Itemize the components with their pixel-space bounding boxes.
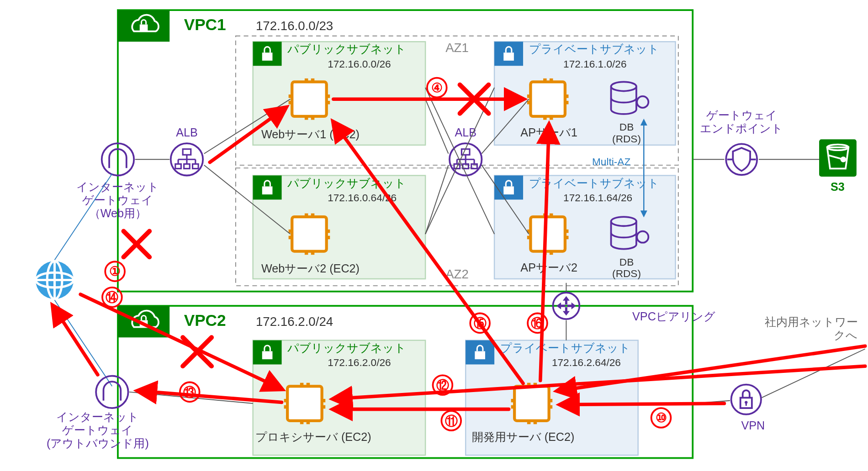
prv1-title: プライベートサブネット bbox=[529, 42, 659, 55]
pub1-title: パブリックサブネット bbox=[287, 42, 406, 55]
igw2b: ゲートウェイ bbox=[62, 424, 133, 436]
az1-label: AZ1 bbox=[445, 41, 469, 55]
step-13: ⑬ bbox=[180, 382, 200, 402]
flow-arrow bbox=[561, 403, 725, 405]
x-mark-icon bbox=[124, 231, 150, 257]
pub2-title: パブリックサブネット bbox=[287, 177, 406, 189]
ext2: クへ bbox=[834, 329, 857, 341]
pub3-title: パブリックサブネット bbox=[287, 341, 406, 354]
endpoint-icon bbox=[726, 144, 757, 175]
svg-text:⑪: ⑪ bbox=[445, 414, 458, 428]
step-14: ⑭ bbox=[102, 288, 122, 307]
svg-text:④: ④ bbox=[431, 81, 443, 95]
dev-label: 開発用サーバ (EC2) bbox=[472, 430, 575, 443]
vpn-label: VPN bbox=[741, 419, 765, 432]
vpc1-cidr: 172.16.0.0/23 bbox=[256, 19, 333, 33]
prv3-cidr: 172.16.2.64/26 bbox=[552, 357, 621, 368]
x-mark-icon bbox=[183, 337, 212, 366]
ap2-label: APサーバ2 bbox=[520, 261, 577, 274]
svg-text:⑯: ⑯ bbox=[531, 316, 544, 330]
prv3-title: プライベートサブネット bbox=[500, 341, 630, 354]
ec2-icon bbox=[284, 383, 326, 424]
svg-text:⑬: ⑬ bbox=[183, 385, 196, 399]
pub1-cidr: 172.16.0.0/26 bbox=[328, 58, 391, 70]
igw1a: インターネット bbox=[76, 180, 159, 193]
igw2c: (アウトバウンド用) bbox=[47, 437, 149, 450]
vpc2-title: VPC2 bbox=[184, 311, 226, 329]
flow-arrow bbox=[80, 294, 281, 389]
vpn-icon bbox=[731, 385, 761, 414]
svg-text:⑫: ⑫ bbox=[436, 378, 449, 392]
step-12: ⑫ bbox=[433, 375, 452, 395]
alb1-label: ALB bbox=[176, 126, 198, 139]
ge2: エンドポイント bbox=[700, 122, 783, 135]
s3-label: S3 bbox=[831, 180, 845, 193]
svg-line-52 bbox=[425, 99, 448, 154]
step-1: ① bbox=[105, 262, 125, 281]
svg-line-66 bbox=[762, 349, 865, 398]
step-4: ④ bbox=[427, 78, 447, 98]
igw2a: インターネット bbox=[56, 410, 139, 423]
diagram-canvas: VPC1 172.16.0.0/23 AZ1 AZ2 パブリックサブネット 17… bbox=[0, 0, 868, 471]
prv2-cidr: 172.16.1.64/26 bbox=[563, 192, 632, 204]
igw1c: （Web用） bbox=[89, 207, 147, 220]
svg-text:⑮: ⑮ bbox=[474, 316, 487, 330]
svg-text:⑩: ⑩ bbox=[656, 411, 667, 425]
proxy-label: プロキシサーバ (EC2) bbox=[255, 430, 371, 443]
svg-text:⑭: ⑭ bbox=[106, 290, 118, 304]
web2-label: Webサーバ2 (EC2) bbox=[261, 262, 360, 275]
flow-arrow bbox=[53, 306, 98, 375]
svg-text:①: ① bbox=[109, 264, 121, 278]
svg-line-57 bbox=[55, 300, 112, 387]
ec2-icon bbox=[289, 214, 330, 255]
igw-icon bbox=[96, 376, 128, 408]
step-15: ⑮ bbox=[470, 313, 490, 333]
multiaz-label: Multi-AZ bbox=[592, 156, 630, 167]
db2a: DB bbox=[619, 256, 634, 268]
ec2-icon bbox=[289, 78, 330, 120]
s3-icon bbox=[819, 139, 857, 177]
ext1: 社内用ネットワー bbox=[765, 315, 858, 328]
prv1-cidr: 172.16.1.0/26 bbox=[563, 58, 626, 70]
vpc1-title: VPC1 bbox=[184, 16, 226, 33]
db1a: DB bbox=[619, 121, 634, 133]
ge1: ゲートウェイ bbox=[706, 109, 777, 121]
step-16: ⑯ bbox=[528, 313, 547, 333]
step-10: ⑩ bbox=[651, 408, 671, 428]
ec2-icon bbox=[527, 214, 569, 255]
pub3-cidr: 172.16.2.0/26 bbox=[328, 357, 391, 368]
igw1b: ゲートウェイ bbox=[82, 194, 153, 206]
alb-icon bbox=[171, 143, 203, 175]
ec2-icon bbox=[527, 78, 569, 120]
vpc2-cidr: 172.16.2.0/24 bbox=[256, 314, 333, 329]
step-11: ⑪ bbox=[441, 411, 461, 430]
svg-line-53 bbox=[425, 165, 448, 234]
peering-label: VPCピアリング bbox=[632, 310, 715, 323]
db1b: (RDS) bbox=[612, 133, 641, 145]
globe-icon bbox=[36, 261, 74, 299]
db2b: (RDS) bbox=[612, 268, 641, 279]
